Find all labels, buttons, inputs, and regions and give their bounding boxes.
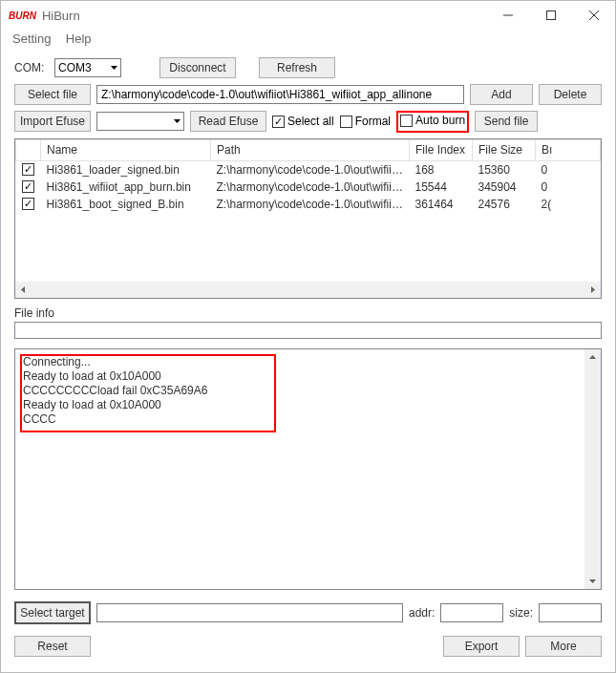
file-info-label: File info	[14, 306, 602, 320]
checkbox-icon	[272, 116, 285, 128]
more-button[interactable]: More	[525, 636, 602, 657]
cell-b: 0	[536, 160, 601, 179]
app-logo: BURN	[9, 11, 36, 21]
com-select[interactable]: COM3	[54, 58, 121, 77]
header-b[interactable]: Bı	[536, 139, 601, 160]
read-efuse-button[interactable]: Read Efuse	[190, 111, 266, 132]
refresh-button[interactable]: Refresh	[259, 57, 335, 78]
scroll-left-icon[interactable]	[15, 282, 32, 298]
cell-index: 168	[410, 160, 473, 179]
cell-size: 345904	[473, 179, 536, 196]
horizontal-scrollbar[interactable]	[15, 282, 601, 298]
log-line: Ready to load at 0x10A000	[23, 398, 593, 412]
checkbox-icon	[340, 116, 352, 128]
send-file-button[interactable]: Send file	[475, 111, 538, 132]
cell-b: 2(	[536, 196, 601, 213]
delete-button[interactable]: Delete	[539, 84, 602, 105]
size-input[interactable]	[539, 603, 602, 622]
maximize-button[interactable]	[529, 1, 572, 30]
table-row[interactable]: Hi3861_loader_signed.binZ:\harmony\code\…	[16, 160, 601, 179]
table-header-row: Name Path File Index File Size Bı	[16, 139, 601, 160]
minimize-button[interactable]	[486, 1, 529, 30]
table-row[interactable]: Hi3861_boot_signed_B.binZ:\harmony\code\…	[16, 196, 601, 213]
content-area: COM: COM3 Disconnect Refresh Select file…	[1, 52, 615, 672]
file-info-box	[14, 322, 602, 339]
addr-label: addr:	[409, 606, 435, 620]
scroll-down-icon[interactable]	[584, 573, 601, 589]
log-line: CCCC	[23, 412, 593, 427]
cell-path: Z:\harmony\code\code-1.0\out\wifiio...	[211, 196, 410, 213]
reset-button[interactable]: Reset	[14, 636, 91, 657]
select-all-checkbox[interactable]: Select all	[272, 115, 334, 128]
com-label: COM:	[14, 61, 49, 74]
header-file-size[interactable]: File Size	[473, 139, 536, 160]
formal-label: Formal	[355, 115, 391, 128]
menu-help[interactable]: Help	[66, 32, 92, 46]
header-path[interactable]: Path	[211, 139, 410, 160]
log-line: Connecting...	[23, 355, 593, 369]
header-name[interactable]: Name	[41, 139, 211, 160]
log-line: Ready to load at 0x10A000	[23, 369, 593, 384]
window-controls	[486, 1, 615, 30]
title-bar: BURN HiBurn	[1, 1, 615, 30]
close-button[interactable]	[572, 1, 615, 30]
com-value: COM3	[58, 61, 92, 74]
select-all-label: Select all	[287, 115, 334, 128]
auto-burn-highlight: Auto burn	[396, 111, 469, 133]
app-window: BURN HiBurn Setting Help COM: COM3 Disco…	[0, 0, 616, 673]
auto-burn-label: Auto burn	[415, 114, 465, 127]
auto-burn-checkbox[interactable]: Auto burn	[400, 114, 465, 127]
export-button[interactable]: Export	[443, 636, 520, 657]
chevron-down-icon	[111, 66, 117, 70]
file-table: Name Path File Index File Size Bı Hi3861…	[14, 138, 602, 299]
log-output[interactable]: Connecting...Ready to load at 0x10A000CC…	[14, 348, 602, 591]
size-label: size:	[509, 606, 533, 620]
cell-path: Z:\harmony\code\code-1.0\out\wifiio...	[211, 160, 410, 179]
log-line: CCCCCCCCCload fail 0xC35A69A6	[23, 384, 593, 398]
checkbox-icon	[400, 115, 413, 127]
menu-bar: Setting Help	[1, 30, 615, 52]
formal-checkbox[interactable]: Formal	[340, 115, 391, 128]
cell-name: Hi3861_loader_signed.bin	[41, 160, 211, 179]
scrollbar-track[interactable]	[584, 366, 601, 574]
import-efuse-button[interactable]: Import Efuse	[14, 111, 91, 132]
menu-setting[interactable]: Setting	[12, 32, 51, 46]
add-button[interactable]: Add	[470, 84, 533, 105]
cell-path: Z:\harmony\code\code-1.0\out\wifiio...	[211, 179, 410, 196]
row-checkbox[interactable]	[22, 180, 34, 193]
row-checkbox[interactable]	[22, 198, 34, 210]
scroll-right-icon[interactable]	[584, 282, 601, 298]
target-input[interactable]	[96, 603, 403, 622]
cell-size: 15360	[473, 160, 536, 179]
cell-index: 361464	[410, 196, 473, 213]
cell-name: Hi3861_boot_signed_B.bin	[41, 196, 211, 213]
header-file-index[interactable]: File Index	[410, 139, 473, 160]
table-row[interactable]: Hi3861_wifiiot_app_burn.binZ:\harmony\co…	[16, 179, 601, 196]
app-title: HiBurn	[42, 9, 486, 23]
addr-input[interactable]	[440, 603, 503, 622]
svg-rect-1	[546, 11, 555, 20]
file-path-input[interactable]: Z:\harmony\code\code-1.0\out\wifiiot\Hi3…	[96, 85, 464, 104]
scroll-up-icon[interactable]	[584, 349, 601, 366]
efuse-select[interactable]	[96, 112, 184, 131]
row-checkbox[interactable]	[22, 163, 34, 176]
cell-name: Hi3861_wifiiot_app_burn.bin	[41, 179, 211, 196]
vertical-scrollbar[interactable]	[584, 349, 601, 590]
scrollbar-track[interactable]	[32, 282, 584, 298]
cell-b: 0	[536, 179, 601, 196]
chevron-down-icon	[174, 119, 181, 123]
select-file-button[interactable]: Select file	[14, 84, 91, 105]
select-target-button[interactable]: Select target	[14, 601, 91, 624]
cell-index: 15544	[410, 179, 473, 196]
disconnect-button[interactable]: Disconnect	[159, 57, 236, 78]
cell-size: 24576	[473, 196, 536, 213]
